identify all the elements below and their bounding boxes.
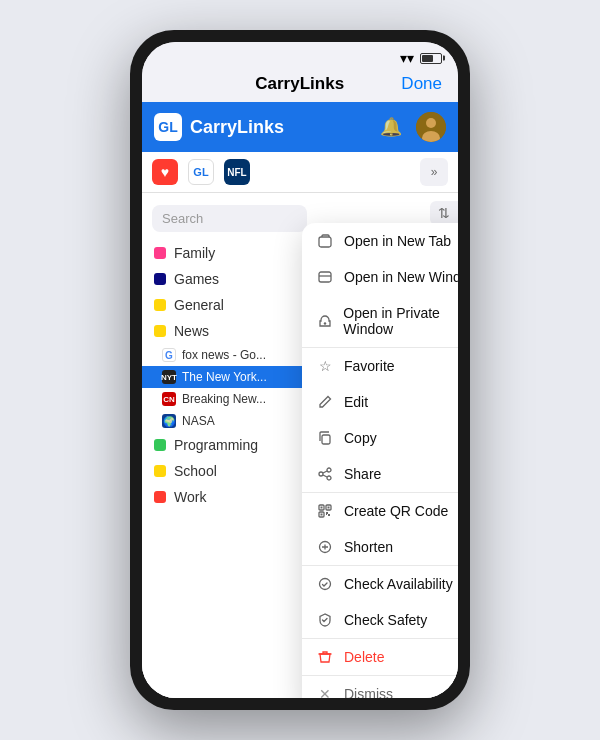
menu-open-private[interactable]: Open in Private Window xyxy=(302,295,458,347)
folder-dot-news xyxy=(154,325,166,337)
sidebar: Search Family Games General News xyxy=(142,193,317,698)
qr-icon xyxy=(316,503,334,519)
menu-section-dismiss: ✕ Dismiss xyxy=(302,676,458,698)
svg-point-1 xyxy=(426,118,436,128)
menu-favorite[interactable]: ☆ Favorite xyxy=(302,348,458,384)
menu-section-check: Check Availability Check Safety xyxy=(302,566,458,639)
search-input[interactable]: Search xyxy=(152,205,307,232)
phone-frame: ▾▾ CarryLinks Done GL CarryLinks 🔔 xyxy=(130,30,470,710)
svg-point-8 xyxy=(327,468,331,472)
sidebar-item-family[interactable]: Family xyxy=(142,240,317,266)
svg-rect-7 xyxy=(322,435,330,444)
menu-label-create-qr: Create QR Code xyxy=(344,503,448,519)
tabs-expand-button[interactable]: » xyxy=(420,158,448,186)
sidebar-item-school[interactable]: School xyxy=(142,458,317,484)
menu-shorten[interactable]: Shorten xyxy=(302,529,458,565)
menu-dismiss[interactable]: ✕ Dismiss xyxy=(302,676,458,698)
bell-icon[interactable]: 🔔 xyxy=(380,116,402,138)
sidebar-item-general[interactable]: General xyxy=(142,292,317,318)
folder-label-news: News xyxy=(174,323,209,339)
menu-copy[interactable]: Copy xyxy=(302,420,458,456)
menu-section-tools: Create QR Code Shorten xyxy=(302,493,458,566)
link-text-cnn: Breaking New... xyxy=(182,392,266,406)
context-menu: Open in New Tab Open in New Window xyxy=(302,223,458,698)
dismiss-icon: ✕ xyxy=(316,686,334,698)
nav-bar: CarryLinks Done xyxy=(142,70,458,102)
menu-check-availability[interactable]: Check Availability xyxy=(302,566,458,602)
tab-gl[interactable]: GL xyxy=(188,159,214,185)
wifi-icon: ▾▾ xyxy=(400,50,414,66)
svg-rect-3 xyxy=(319,237,331,247)
link-text-foxnews: fox news - Go... xyxy=(182,348,266,362)
tab-heart[interactable]: ♥ xyxy=(152,159,178,185)
sidebar-item-news[interactable]: News xyxy=(142,318,317,344)
tabs-row: ♥ GL NFL » xyxy=(142,152,458,193)
open-window-icon xyxy=(316,269,334,285)
menu-label-check-availability: Check Availability xyxy=(344,576,453,592)
folder-dot-games xyxy=(154,273,166,285)
svg-rect-16 xyxy=(321,507,323,509)
menu-label-open-private: Open in Private Window xyxy=(343,305,458,337)
menu-label-delete: Delete xyxy=(344,649,384,665)
folder-dot-family xyxy=(154,247,166,259)
favorite-icon: ☆ xyxy=(316,358,334,374)
folder-dot-school xyxy=(154,465,166,477)
folder-dot-general xyxy=(154,299,166,311)
app-logo: GL xyxy=(154,113,182,141)
favicon-nytimes: NYT xyxy=(162,370,176,384)
shorten-icon xyxy=(316,539,334,555)
sort-button[interactable]: ⇅ xyxy=(430,201,458,225)
folder-label-work: Work xyxy=(174,489,206,505)
favicon-foxnews: G xyxy=(162,348,176,362)
svg-point-21 xyxy=(320,579,331,590)
sidebar-item-games[interactable]: Games xyxy=(142,266,317,292)
delete-icon xyxy=(316,649,334,665)
folder-label-games: Games xyxy=(174,271,219,287)
svg-line-11 xyxy=(323,471,327,473)
folder-label-family: Family xyxy=(174,245,215,261)
menu-edit[interactable]: Edit xyxy=(302,384,458,420)
folder-dot-work xyxy=(154,491,166,503)
copy-icon xyxy=(316,430,334,446)
menu-label-open-new-tab: Open in New Tab xyxy=(344,233,451,249)
menu-open-new-tab[interactable]: Open in New Tab xyxy=(302,223,458,259)
menu-label-dismiss: Dismiss xyxy=(344,686,393,698)
nav-title: CarryLinks xyxy=(255,74,344,94)
menu-section-actions: ☆ Favorite Edit xyxy=(302,348,458,493)
menu-create-qr[interactable]: Create QR Code xyxy=(302,493,458,529)
folder-label-general: General xyxy=(174,297,224,313)
done-button[interactable]: Done xyxy=(401,74,442,94)
open-tab-icon xyxy=(316,233,334,249)
link-text-nytimes: The New York... xyxy=(182,370,267,384)
link-foxnews[interactable]: G fox news - Go... xyxy=(142,344,317,366)
link-cnn[interactable]: CN Breaking New... xyxy=(142,388,317,410)
svg-point-9 xyxy=(319,472,323,476)
check-safety-icon xyxy=(316,612,334,628)
check-availability-icon xyxy=(316,576,334,592)
link-nasa[interactable]: 🌍 NASA xyxy=(142,410,317,432)
menu-label-favorite: Favorite xyxy=(344,358,395,374)
phone-screen: ▾▾ CarryLinks Done GL CarryLinks 🔔 xyxy=(142,42,458,698)
svg-line-12 xyxy=(323,475,327,477)
menu-check-safety[interactable]: Check Safety xyxy=(302,602,458,638)
tab-nfl[interactable]: NFL xyxy=(224,159,250,185)
app-header: GL CarryLinks 🔔 xyxy=(142,102,458,152)
menu-label-copy: Copy xyxy=(344,430,377,446)
menu-label-share: Share xyxy=(344,466,381,482)
favicon-cnn: CN xyxy=(162,392,176,406)
svg-point-10 xyxy=(327,476,331,480)
menu-open-new-window[interactable]: Open in New Window xyxy=(302,259,458,295)
folder-label-programming: Programming xyxy=(174,437,258,453)
menu-section-open: Open in New Tab Open in New Window xyxy=(302,223,458,348)
svg-rect-4 xyxy=(319,272,331,282)
edit-icon xyxy=(316,394,334,410)
avatar[interactable] xyxy=(416,112,446,142)
sidebar-item-work[interactable]: Work xyxy=(142,484,317,510)
link-text-nasa: NASA xyxy=(182,414,215,428)
link-nytimes[interactable]: NYT The New York... xyxy=(142,366,317,388)
menu-share[interactable]: Share › xyxy=(302,456,458,492)
sidebar-item-programming[interactable]: Programming xyxy=(142,432,317,458)
share-icon xyxy=(316,466,334,482)
menu-label-open-new-window: Open in New Window xyxy=(344,269,458,285)
menu-delete[interactable]: Delete xyxy=(302,639,458,675)
